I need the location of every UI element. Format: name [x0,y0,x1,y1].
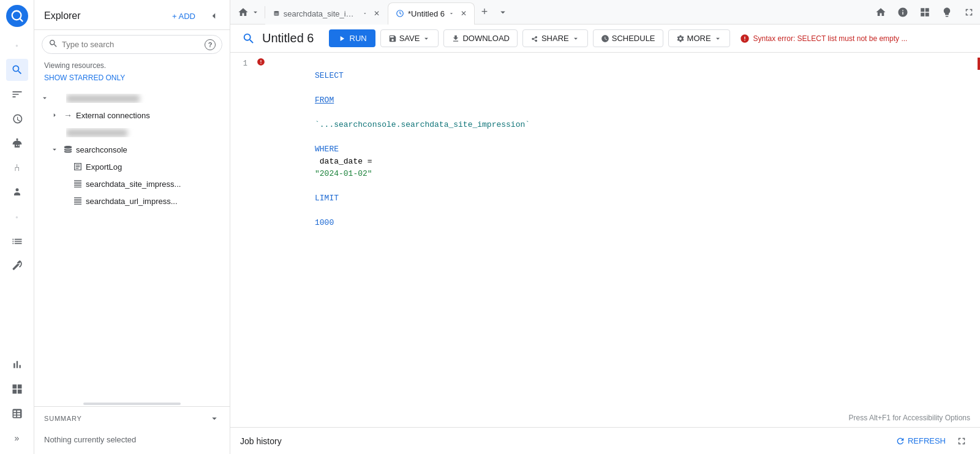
project2-item[interactable]: ☆ ⋮ [34,124,230,141]
searchdata-url-more-button[interactable]: ⋮ [213,195,225,207]
exportlog-item[interactable]: ExportLog ☆ ⋮ [34,158,230,175]
project1-item[interactable]: ☆ ⋮ [34,89,230,107]
svg-line-1 [20,18,23,21]
project2-more-button[interactable]: ⋮ [213,126,225,138]
error-banner: Syntax error: SELECT list must not be em… [740,34,970,44]
save-button[interactable]: SAVE [380,29,439,47]
schedule-button[interactable]: SCHEDULE [593,29,663,47]
run-play-icon [337,34,346,43]
external-connections-star-button[interactable]: ☆ [199,109,211,121]
external-connections-chevron[interactable] [49,110,60,121]
nav-dot2-icon[interactable]: ● [6,206,28,228]
searchconsole-label: searchconsole [76,145,197,154]
top-right-icons [872,4,978,21]
download-icon [451,34,460,43]
show-starred-only-button[interactable]: SHOW STARRED ONLY [34,72,230,87]
share-icon [530,34,539,43]
nav-table2-icon[interactable] [6,403,28,425]
nav-search-icon[interactable] [6,59,28,81]
searchdata-url-star-button[interactable]: ☆ [199,195,211,207]
tab-more-button[interactable] [494,4,511,21]
exportlog-star-button[interactable]: ☆ [199,161,211,173]
untitled6-tab-label: *Untitled 6 [408,9,445,18]
nav-dot-icon[interactable]: ● [6,34,28,56]
searchconsole-more-button[interactable]: ⋮ [213,143,225,156]
home-top-icon[interactable] [872,4,889,21]
external-connections-label: External connections [76,111,197,120]
bottom-expand-button[interactable] [953,433,970,450]
exportlog-more-button[interactable]: ⋮ [213,161,225,173]
project1-star-button[interactable]: ☆ [199,92,211,104]
editor-content: 1 SELECT FROM `...searchconsole.searchda… [230,53,980,246]
untitled6-tab-query-icon [396,9,404,18]
nav-tune-icon[interactable] [6,83,28,105]
summary-panel: SUMMARY Nothing currently selected [34,406,230,454]
project1-more-button[interactable]: ⋮ [213,92,225,104]
untitled6-tab-close-button[interactable]: ✕ [458,8,469,19]
code-editor[interactable]: 1 SELECT FROM `...searchconsole.searchda… [230,53,980,427]
searchconsole-item[interactable]: searchconsole ☆ ⋮ [34,141,230,158]
search-help-icon[interactable]: ? [205,39,216,50]
download-button[interactable]: DOWNLOAD [443,29,518,47]
search-input[interactable] [62,40,201,49]
limit-value: 1000 [315,218,334,227]
searchconsole-db-icon [62,144,74,155]
searchconsole-chevron[interactable] [49,144,60,155]
app-logo[interactable] [6,5,28,27]
untitled6-tab[interactable]: *Untitled 6 ✕ [388,2,475,25]
search-input-wrap[interactable]: ? [42,35,222,54]
code-space5 [315,181,320,191]
save-chevron-icon [422,34,431,43]
refresh-button[interactable]: REFRESH [895,436,946,446]
searchdata-tab-db-icon [273,9,280,18]
search-bar: ? [34,30,230,59]
nav-wrench-icon[interactable] [6,255,28,277]
external-connections-item[interactable]: → External connections ☆ ⋮ [34,107,230,124]
share-button[interactable]: SHARE [522,29,588,47]
collapse-panel-button[interactable] [205,7,222,25]
searchdata-site-star-button[interactable]: ☆ [199,178,211,190]
grid-top-icon[interactable] [916,4,933,21]
searchdata-tab[interactable]: searchdata_site_impression ✕ [265,2,388,25]
nav-history-icon[interactable] [6,108,28,130]
expand-top-icon[interactable] [960,4,978,21]
project1-chevron[interactable] [39,93,50,104]
searchdata-site-item[interactable]: searchdata_site_impress... ☆ ⋮ [34,175,230,192]
untitled6-tab-chevron-icon [448,10,454,17]
info-top-icon[interactable] [894,4,911,21]
explorer-panel: Explorer + ADD ? Viewing resources. SHOW… [34,0,230,454]
lightbulb-top-icon[interactable] [938,4,956,21]
save-icon [388,34,397,43]
explorer-header-actions: + ADD [167,7,222,25]
more-settings-icon [676,34,685,43]
tab-bar: searchdata_site_impression ✕ *Untitled 6… [230,0,980,25]
add-tab-button[interactable]: + [475,2,494,22]
nav-robot-icon[interactable] [6,132,28,154]
nav-grid-icon[interactable] [6,378,28,400]
external-connections-more-button[interactable]: ⋮ [213,109,225,121]
run-button[interactable]: RUN [329,29,375,47]
error-text: Syntax error: SELECT list must not be em… [753,34,908,43]
explorer-header: Explorer + ADD [34,0,230,30]
nav-expand-icon[interactable]: » [6,427,28,449]
searchdata-site-more-button[interactable]: ⋮ [213,178,225,190]
code-space1 [315,83,320,93]
nav-chart-icon[interactable] [6,354,28,376]
viewing-resources-text: Viewing resources. [34,59,230,72]
nav-person-icon[interactable] [6,181,28,203]
home-tab[interactable] [233,0,265,25]
summary-chevron-icon [209,413,220,424]
select-keyword: SELECT [315,71,344,80]
add-button[interactable]: + ADD [167,9,200,23]
searchdata-tab-close-button[interactable]: ✕ [371,8,382,19]
more-button[interactable]: MORE [668,29,730,47]
summary-header[interactable]: SUMMARY [34,407,230,430]
project2-star-button[interactable]: ☆ [199,126,211,138]
searchconsole-star-button[interactable]: ☆ [199,143,211,156]
nav-fork-icon[interactable]: ⑃ [6,157,28,179]
schedule-icon [601,34,609,43]
searchdata-url-item[interactable]: searchdata_url_impress... ☆ ⋮ [34,192,230,210]
nav-list-icon[interactable] [6,230,28,252]
searchdata-url-partition-icon [72,195,83,206]
share-chevron-icon [571,34,580,43]
